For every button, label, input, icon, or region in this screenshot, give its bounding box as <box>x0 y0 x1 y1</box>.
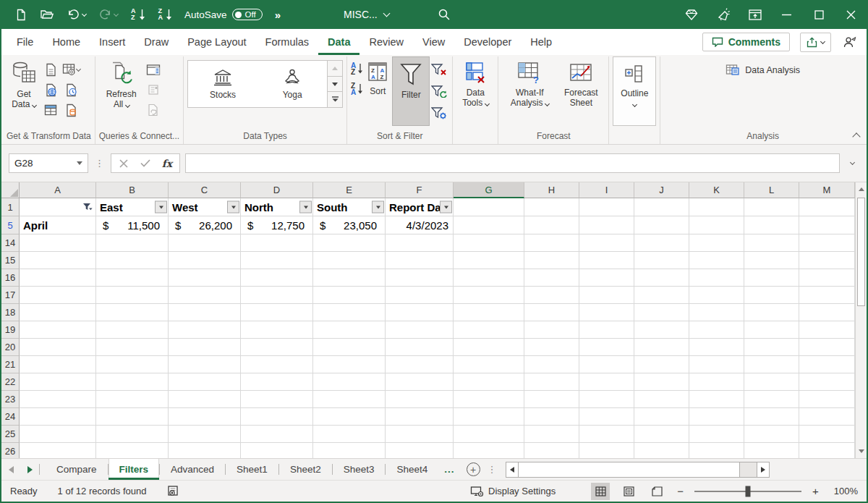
display-settings-button[interactable]: Display Settings <box>470 486 556 497</box>
cell-J23[interactable] <box>634 391 689 408</box>
row-header-25[interactable]: 25 <box>1 426 20 443</box>
filter-button[interactable]: Filter <box>392 56 430 126</box>
cell-H20[interactable] <box>524 339 579 356</box>
document-title[interactable]: MISC... <box>344 9 389 20</box>
cell-M22[interactable] <box>799 373 855 391</box>
sheet-nav-next-icon[interactable] <box>20 459 39 480</box>
cell-E18[interactable] <box>313 304 386 321</box>
cell-D25[interactable] <box>241 426 313 443</box>
what-if-analysis-button[interactable]: ? What-If Analysis <box>502 56 557 108</box>
redo-button[interactable] <box>93 0 124 29</box>
sheet-tab-sheet3[interactable]: Sheet3 <box>333 459 386 480</box>
data-tools-button[interactable]: Data Tools <box>456 56 494 108</box>
row-header-19[interactable]: 19 <box>1 321 20 339</box>
sheet-tab-compare[interactable]: Compare <box>46 459 108 480</box>
cell-H15[interactable] <box>524 252 579 269</box>
ribbon-tab-developer[interactable]: Developer <box>454 29 521 55</box>
cell-J19[interactable] <box>634 321 689 339</box>
ribbon-tab-review[interactable]: Review <box>359 29 413 55</box>
column-header-e[interactable]: E <box>313 182 386 198</box>
cell-E24[interactable] <box>313 408 386 426</box>
scroll-down-icon[interactable] <box>856 444 867 458</box>
scroll-up-icon[interactable] <box>856 182 867 196</box>
cell-H14[interactable] <box>524 234 579 252</box>
cell-E23[interactable] <box>313 391 386 408</box>
cell-C15[interactable] <box>169 252 241 269</box>
sheet-tab-sheet4[interactable]: Sheet4 <box>386 459 438 480</box>
row-header-26[interactable]: 26 <box>1 443 20 458</box>
cell-H1[interactable] <box>524 198 579 216</box>
cell-M21[interactable] <box>799 356 855 373</box>
cell-A24[interactable] <box>20 408 96 426</box>
properties-button[interactable] <box>144 81 163 98</box>
cell-I24[interactable] <box>579 408 634 426</box>
cell-B1[interactable]: East <box>96 198 169 216</box>
cell-K21[interactable] <box>689 356 744 373</box>
search-icon[interactable] <box>431 0 457 29</box>
cell-L18[interactable] <box>744 304 799 321</box>
column-header-f[interactable]: F <box>386 182 454 198</box>
formula-input[interactable] <box>185 153 840 173</box>
cell-G20[interactable] <box>454 339 524 356</box>
cell-J17[interactable] <box>634 287 689 304</box>
scroll-right-icon[interactable] <box>757 462 770 478</box>
column-header-l[interactable]: L <box>744 182 799 198</box>
open-folder-button[interactable] <box>33 0 61 29</box>
undo-button[interactable] <box>61 0 93 29</box>
cell-E25[interactable] <box>313 426 386 443</box>
filter-applied-icon[interactable] <box>82 202 93 212</box>
close-button[interactable] <box>835 0 867 29</box>
status-mode[interactable]: Ready <box>10 486 38 496</box>
coming-soon-icon[interactable] <box>707 0 739 29</box>
cell-J22[interactable] <box>634 373 689 391</box>
cell-A16[interactable] <box>20 269 96 287</box>
cell-J5[interactable] <box>634 216 689 234</box>
horizontal-scrollbar[interactable] <box>506 462 770 478</box>
row-header-18[interactable]: 18 <box>1 304 20 321</box>
cell-G18[interactable] <box>454 304 524 321</box>
ribbon-tab-insert[interactable]: Insert <box>90 29 135 55</box>
expand-formula-bar-icon[interactable] <box>845 162 859 164</box>
cell-I22[interactable] <box>579 373 634 391</box>
cell-H17[interactable] <box>524 287 579 304</box>
cell-C18[interactable] <box>169 304 241 321</box>
cell-A26[interactable] <box>20 443 96 458</box>
cell-B18[interactable] <box>96 304 169 321</box>
cell-J21[interactable] <box>634 356 689 373</box>
cell-F18[interactable] <box>386 304 454 321</box>
cell-I15[interactable] <box>579 252 634 269</box>
redo-dropdown-icon[interactable] <box>114 11 119 16</box>
cell-C20[interactable] <box>169 339 241 356</box>
ribbon-tab-file[interactable]: File <box>7 29 43 55</box>
cell-F26[interactable] <box>386 443 454 458</box>
undo-dropdown-icon[interactable] <box>82 11 87 16</box>
sort-z-to-a-button[interactable]: ZA <box>351 83 363 96</box>
gallery-up-icon[interactable] <box>328 61 342 77</box>
advanced-filter-button[interactable] <box>430 104 448 122</box>
cell-L25[interactable] <box>744 426 799 443</box>
vertical-scrollbar[interactable] <box>855 182 867 458</box>
sort-desc-button[interactable]: ZA <box>152 0 179 29</box>
recent-sources-button[interactable] <box>61 81 80 98</box>
cell-K18[interactable] <box>689 304 744 321</box>
comments-button[interactable]: Comments <box>702 33 790 51</box>
cell-D26[interactable] <box>241 443 313 458</box>
cell-A14[interactable] <box>20 234 96 252</box>
cell-H23[interactable] <box>524 391 579 408</box>
cell-A22[interactable] <box>20 373 96 391</box>
cell-L23[interactable] <box>744 391 799 408</box>
from-web-button[interactable] <box>41 81 60 98</box>
qat-overflow-button[interactable]: » <box>268 0 287 29</box>
row-header-5[interactable]: 5 <box>1 216 20 234</box>
cell-M20[interactable] <box>799 339 855 356</box>
cell-M23[interactable] <box>799 391 855 408</box>
name-box-dropdown-icon[interactable] <box>77 161 82 165</box>
cell-H22[interactable] <box>524 373 579 391</box>
cell-B21[interactable] <box>96 356 169 373</box>
insert-function-icon[interactable]: fx <box>156 154 178 172</box>
cell-L21[interactable] <box>744 356 799 373</box>
cell-H16[interactable] <box>524 269 579 287</box>
cell-M24[interactable] <box>799 408 855 426</box>
cell-B19[interactable] <box>96 321 169 339</box>
cell-G5[interactable] <box>454 216 524 234</box>
